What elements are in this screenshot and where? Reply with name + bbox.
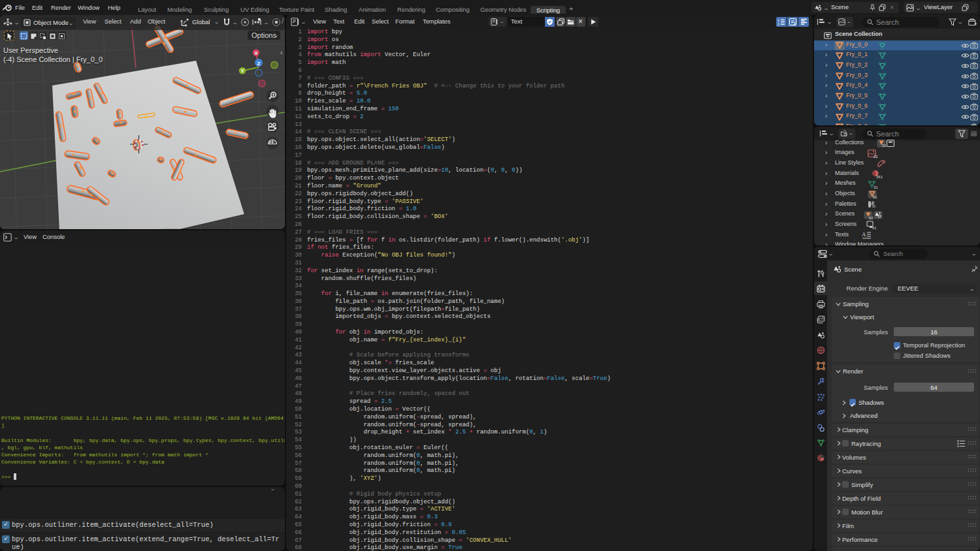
- svg-text:A: A: [862, 231, 866, 238]
- svg-text:31: 31: [874, 185, 878, 189]
- svg-text:361: 361: [876, 175, 883, 179]
- svg-text:11: 11: [872, 226, 877, 230]
- svg-text:Y: Y: [240, 68, 244, 74]
- svg-text:51: 51: [873, 195, 877, 199]
- svg-text:31: 31: [882, 144, 887, 148]
- svg-text:Z: Z: [257, 61, 261, 67]
- svg-text:X: X: [254, 50, 257, 56]
- svg-text:2: 2: [777, 22, 779, 26]
- svg-text:22: 22: [874, 154, 878, 158]
- svg-text:62: 62: [869, 215, 874, 219]
